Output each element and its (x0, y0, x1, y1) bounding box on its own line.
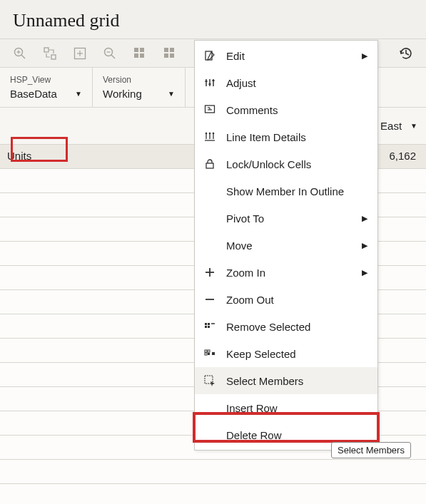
chevron-right-icon: ▶ (362, 214, 367, 223)
svg-rect-45 (208, 326, 210, 328)
svg-rect-50 (208, 353, 210, 355)
grid-view-icon[interactable] (133, 46, 147, 61)
svg-rect-24 (206, 81, 208, 82)
page-title: Unnamed grid (0, 0, 426, 38)
line-details-icon (203, 130, 216, 143)
menu-item-label: Adjust (226, 77, 256, 89)
svg-rect-14 (134, 53, 138, 58)
menu-item-zoom-in[interactable]: Zoom In▶ (195, 259, 377, 286)
chevron-right-icon: ▶ (362, 268, 367, 277)
minus-icon (203, 293, 216, 306)
lock-icon (203, 158, 216, 170)
svg-rect-13 (140, 48, 144, 52)
column-header-label: East (380, 120, 402, 132)
menu-item-label: Edit (226, 50, 245, 62)
svg-rect-49 (205, 353, 207, 355)
svg-rect-38 (206, 163, 213, 168)
chevron-right-icon: ▶ (362, 51, 367, 61)
dimension-version[interactable]: Version Working ▼ (93, 68, 186, 107)
menu-item-adjust[interactable]: Adjust (195, 69, 377, 96)
chevron-down-icon: ▼ (410, 122, 417, 130)
blank-icon (203, 428, 216, 441)
grid-view-alt-icon[interactable] (163, 46, 177, 61)
menu-item-label: Select Members (226, 375, 303, 387)
row-header-units[interactable]: Units (0, 145, 69, 168)
dim-label: Version (103, 75, 175, 85)
menu-item-insert-row[interactable]: Insert Row (195, 394, 377, 421)
menu-item-lock-unlock-cells[interactable]: Lock/Unlock Cells (195, 150, 377, 178)
menu-item-label: Comments (226, 104, 278, 116)
blank-icon (203, 239, 216, 252)
zoom-in-icon[interactable] (13, 46, 27, 61)
blank-icon (203, 212, 216, 225)
menu-item-keep-selected[interactable]: Keep Selected (195, 340, 377, 367)
pivot-icon[interactable] (43, 46, 57, 61)
menu-item-label: Keep Selected (226, 348, 296, 360)
blank-icon (203, 185, 216, 197)
svg-rect-26 (213, 80, 215, 81)
svg-line-10 (111, 55, 115, 58)
edit-icon (203, 49, 216, 62)
plus-icon (203, 266, 216, 279)
select-members-icon (203, 374, 216, 387)
svg-rect-17 (170, 48, 174, 52)
menu-item-label: Line Item Details (226, 131, 306, 143)
svg-rect-48 (208, 350, 210, 352)
adjust-icon (203, 76, 216, 89)
chevron-down-icon: ▼ (168, 90, 175, 98)
svg-line-1 (21, 55, 25, 58)
menu-item-label: Delete Row (226, 429, 282, 441)
menu-item-pivot-to[interactable]: Pivot To▶ (195, 205, 377, 232)
svg-rect-18 (164, 53, 168, 58)
menu-item-select-members[interactable]: Select Members (195, 367, 377, 394)
expand-icon[interactable] (73, 46, 87, 61)
menu-item-line-item-details[interactable]: Line Item Details (195, 123, 377, 150)
dim-label: HSP_View (10, 75, 82, 85)
menu-item-label: Lock/Unlock Cells (226, 158, 311, 170)
menu-item-label: Pivot To (226, 212, 264, 225)
chevron-right-icon: ▶ (362, 241, 367, 250)
menu-item-zoom-out[interactable]: Zoom Out (195, 286, 377, 313)
menu-item-label: Move (226, 240, 253, 252)
remove-sel-icon (203, 320, 216, 333)
svg-rect-25 (209, 83, 211, 85)
history-icon[interactable] (399, 46, 413, 61)
table-row[interactable] (0, 484, 426, 504)
svg-rect-44 (205, 326, 207, 328)
table-row[interactable] (0, 460, 426, 484)
zoom-out-icon[interactable] (103, 46, 117, 61)
menu-item-move[interactable]: Move▶ (195, 232, 377, 259)
svg-rect-5 (51, 55, 56, 59)
menu-item-show-member-in-outline[interactable]: Show Member In Outline (195, 178, 377, 205)
svg-rect-47 (205, 350, 207, 352)
dim-value: BaseData (10, 88, 57, 100)
svg-rect-4 (44, 48, 49, 52)
menu-item-edit[interactable]: Edit▶ (195, 42, 377, 69)
svg-point-31 (206, 133, 208, 135)
menu-item-label: Zoom Out (226, 294, 274, 306)
context-menu: Edit▶AdjustCommentsLine Item DetailsLock… (194, 40, 378, 451)
svg-rect-15 (140, 53, 144, 58)
menu-item-label: Remove Selected (226, 321, 310, 333)
menu-item-label: Insert Row (226, 402, 278, 414)
tooltip-select-members: Select Members (331, 442, 411, 458)
comments-icon (203, 103, 216, 116)
svg-rect-42 (205, 323, 207, 325)
data-cell[interactable]: 6,162 (372, 145, 426, 168)
svg-rect-12 (134, 48, 138, 52)
menu-item-label: Show Member In Outline (226, 185, 344, 197)
svg-rect-16 (164, 48, 168, 52)
svg-point-33 (213, 133, 215, 135)
svg-rect-19 (170, 53, 174, 58)
svg-rect-43 (208, 323, 210, 325)
svg-point-32 (209, 133, 211, 135)
dimension-hsp-view[interactable]: HSP_View BaseData ▼ (0, 68, 93, 107)
menu-item-comments[interactable]: Comments (195, 96, 377, 123)
dim-value: Working (103, 88, 142, 100)
keep-sel-icon (203, 347, 216, 360)
blank-icon (203, 401, 216, 414)
menu-item-remove-selected[interactable]: Remove Selected (195, 313, 377, 340)
menu-item-label: Zoom In (226, 267, 265, 279)
chevron-down-icon: ▼ (75, 90, 82, 98)
svg-rect-51 (212, 352, 215, 355)
